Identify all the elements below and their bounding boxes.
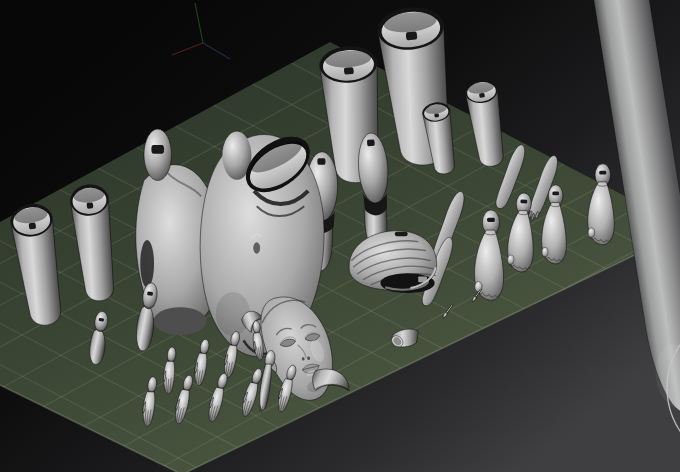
- scene-canvas[interactable]: [0, 0, 680, 472]
- sculpt-viewport[interactable]: [0, 0, 680, 472]
